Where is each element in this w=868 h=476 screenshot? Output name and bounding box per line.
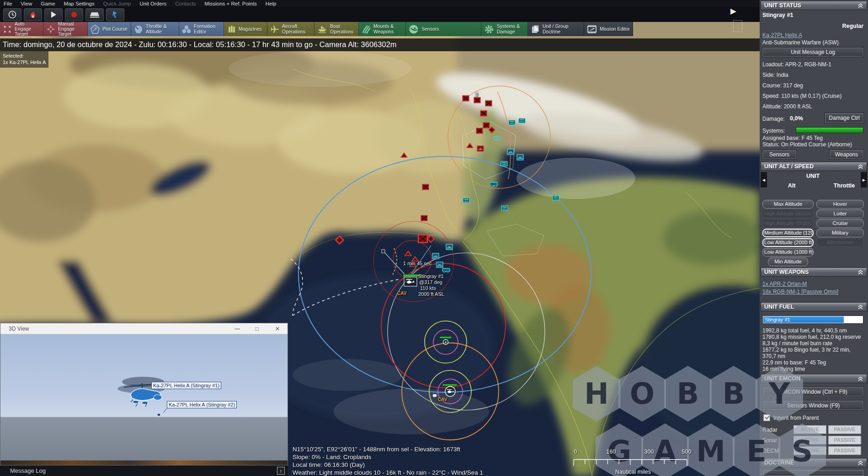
auto-engage-target-button[interactable]: Auto Engage Target xyxy=(0,22,43,36)
sensors-panel-button[interactable]: Sensors xyxy=(762,150,796,159)
friendly-sensor-icon xyxy=(517,155,523,160)
friendly-facility-icon xyxy=(501,206,508,210)
friendly-sensor-eye-icon xyxy=(494,136,501,140)
inherit-checkbox[interactable] xyxy=(763,414,770,421)
menu-help[interactable]: Help xyxy=(266,1,277,6)
view3d-window[interactable]: 3D View — □ ✕ Ka-27PL xyxy=(0,323,288,465)
plot-course-button[interactable]: Plot Course xyxy=(88,22,131,36)
minimize-button[interactable]: — xyxy=(229,323,245,334)
hostile-installation-icon xyxy=(422,184,429,190)
throttle-hover-button[interactable]: Hover xyxy=(816,200,864,209)
weapon-link-apr2[interactable]: 1x APR-2 Orlan-M xyxy=(762,281,807,287)
collapse-chevron-icon[interactable] xyxy=(857,270,863,275)
hostile-unit-diamond-icon xyxy=(427,235,434,242)
systems-damage-button[interactable]: Systems & Damage xyxy=(481,22,528,36)
unit-course-label: @317 deg xyxy=(419,279,442,285)
fuel-unit-list[interactable]: Stingray #1 xyxy=(762,316,863,324)
damage-ctrl-button[interactable]: Damage Ctrl xyxy=(825,113,863,123)
quick-toolbar xyxy=(0,7,760,22)
selected-unit-name: 1x Ka-27PL Helix A xyxy=(3,59,46,65)
sonar-passive-button[interactable]: PASSIVE xyxy=(828,436,861,444)
collapse-chevron-icon[interactable] xyxy=(857,305,863,310)
hostile-site-chevron-icon xyxy=(401,153,407,157)
menu-contacts: Contacts xyxy=(175,1,196,6)
alt-low-1000-button[interactable]: Low Altitude (1000 ft) xyxy=(762,248,814,257)
view3d-scene[interactable]: Ka-27PL Helix A (Stingray #1) Ka-27PL He… xyxy=(0,334,288,465)
mounts-weapons-button[interactable]: Mounts & Weapons xyxy=(359,22,406,36)
manual-engage-target-button[interactable]: Manual Engage Target xyxy=(43,22,88,36)
message-log-expand-button[interactable]: ↑ xyxy=(277,467,285,475)
alt-high-25000-button: High Altitude (25000 ft) xyxy=(762,219,814,228)
message-log-bar[interactable]: Message Log ↑ xyxy=(0,465,288,476)
aircraft-operations-button[interactable]: Aircraft Operations xyxy=(267,22,314,36)
radar-passive-button[interactable]: PASSIVE xyxy=(828,425,861,434)
menu-map-settings[interactable]: Map Settings xyxy=(64,1,95,6)
oecm-active-button[interactable]: ACTIVE xyxy=(793,446,826,455)
unit-weapons-header[interactable]: UNIT WEAPONS xyxy=(761,267,867,277)
alt-low-2000-button[interactable]: Low Altitude (2000 ft) xyxy=(762,238,814,247)
record-button[interactable] xyxy=(65,8,83,21)
sensors-window-button[interactable]: Sensors Window (F9) xyxy=(763,401,863,410)
unit-group-doctrine-button[interactable]: Unit / Group Doctrine xyxy=(528,22,584,36)
alt-speed-header[interactable]: UNIT ALT / SPEED xyxy=(761,162,867,171)
pointer-jump-button[interactable] xyxy=(106,8,124,21)
close-button[interactable]: ✕ xyxy=(270,323,285,334)
friendly-facility-icon xyxy=(501,161,507,166)
boat-operations-button[interactable]: Boat Operations xyxy=(314,22,359,36)
view3d-titlebar[interactable]: 3D View — □ ✕ xyxy=(0,323,288,334)
action-toolbar: Auto Engage Target Manual Engage Target … xyxy=(0,22,633,36)
doctrine-header[interactable]: DOCTRINE xyxy=(761,458,867,467)
collapse-chevron-icon[interactable] xyxy=(857,376,863,381)
sidebar-collapse-arrow[interactable]: ▶ xyxy=(730,6,736,16)
oecm-passive-button[interactable]: PASSIVE xyxy=(828,446,861,455)
sensors-button[interactable]: Sensors xyxy=(406,22,481,36)
unit-emcon-header[interactable]: UNIT EMCON xyxy=(761,374,867,383)
throttle-military-button[interactable]: Military xyxy=(816,229,864,237)
weapon-link-rgbnm1[interactable]: 18x RGB-NM-1 [Passive Omni] xyxy=(762,289,838,295)
alt-high-36000-button: High Altitude (36000 ft) xyxy=(762,209,814,218)
radar-active-button[interactable]: ACTIVE xyxy=(793,425,826,434)
formation-editor-button[interactable]: Formation Editor xyxy=(179,22,224,36)
throttle-cruise-button[interactable]: Cruise xyxy=(816,219,864,228)
menu-missions-ref-points[interactable]: Missions + Ref. Points xyxy=(205,1,257,6)
menu-file[interactable]: File xyxy=(4,1,12,6)
map-tool-box[interactable] xyxy=(733,20,742,32)
health-bar xyxy=(440,337,452,338)
unit-message-log-button[interactable]: Unit Message Log xyxy=(762,48,863,57)
throttle-loiter-button[interactable]: Loiter xyxy=(816,209,864,218)
unit-type-link[interactable]: Ka-27PL Helix A xyxy=(762,32,802,38)
fuel-flying-time-line: 16 min flying time xyxy=(762,366,863,372)
mission-editor-button[interactable]: Mission Editor xyxy=(584,22,633,36)
emcon-window-button[interactable]: EMCON Window (Ctrl + F9) xyxy=(763,387,863,396)
section-fuel: UNIT FUEL xyxy=(761,302,867,311)
weapons-panel-button[interactable]: Weapons xyxy=(830,150,863,159)
section-unit-status: UNIT STATUS xyxy=(761,1,867,10)
magazines-button[interactable]: Magazines xyxy=(224,22,267,36)
unit-status-header[interactable]: UNIT STATUS xyxy=(761,1,867,10)
wingman-helicopter-unit[interactable] xyxy=(433,384,457,397)
collapse-chevron-icon[interactable] xyxy=(857,3,863,8)
friendly-facility-icon xyxy=(553,196,559,200)
fuel-selected-unit[interactable]: Stingray #1 xyxy=(763,316,844,323)
menu-unit-orders[interactable]: Unit Orders xyxy=(139,1,166,6)
alt-medium-12000-button[interactable]: Medium Altitude (12000 ft) xyxy=(762,229,814,237)
throttle-altitude-button[interactable]: Throttle & Altitude xyxy=(131,22,179,36)
menu-game[interactable]: Game xyxy=(41,1,55,6)
sonar-active-button[interactable]: ACTIVE xyxy=(793,436,826,444)
ferry-mission-button[interactable] xyxy=(85,8,104,21)
play-button[interactable] xyxy=(44,8,63,21)
friendly-contacts[interactable] xyxy=(432,118,559,273)
time-compression-button[interactable] xyxy=(3,8,21,21)
local-time-line: Local time: 06:16:30 (Day) xyxy=(293,461,483,469)
alt-max-button[interactable]: Max Altitude xyxy=(762,200,814,209)
maximize-button[interactable]: □ xyxy=(249,323,265,334)
section-emcon: UNIT EMCON xyxy=(761,374,867,383)
course-waypoint-icon[interactable] xyxy=(382,250,385,253)
unit-fuel-header[interactable]: UNIT FUEL xyxy=(761,302,867,311)
collapse-chevron-icon[interactable] xyxy=(857,460,863,465)
hostile-installation-icon xyxy=(483,123,490,128)
scenario-fire-button[interactable] xyxy=(24,8,42,21)
alt-min-button[interactable]: Min Altitude xyxy=(768,257,808,266)
menu-view[interactable]: View xyxy=(21,1,32,6)
collapse-chevron-icon[interactable] xyxy=(857,164,863,169)
